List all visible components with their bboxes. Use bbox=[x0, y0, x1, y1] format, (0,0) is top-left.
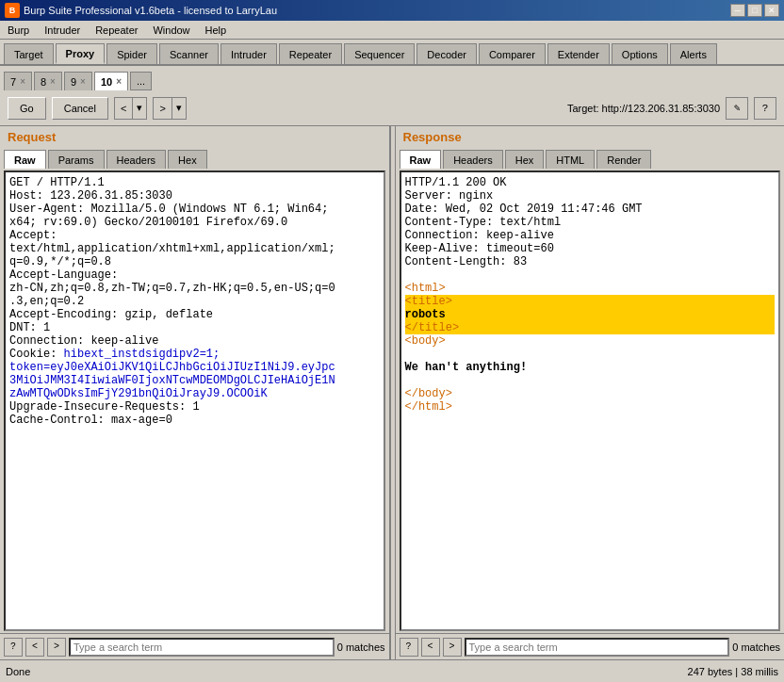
response-tab-render[interactable]: Render bbox=[596, 150, 651, 169]
request-line: User-Agent: Mozilla/5.0 (Windows NT 6.1;… bbox=[9, 203, 380, 216]
close-button[interactable]: ✕ bbox=[764, 4, 779, 17]
tab-repeater[interactable]: Repeater bbox=[279, 43, 342, 64]
request-search-help[interactable]: ? bbox=[4, 638, 23, 657]
request-search-input[interactable] bbox=[69, 638, 335, 657]
tab-num-7: 7 bbox=[10, 76, 16, 88]
request-title: Request bbox=[0, 126, 389, 148]
tab-close-8[interactable]: × bbox=[50, 76, 56, 87]
request-line: Cache-Control: max-age=0 bbox=[9, 414, 380, 427]
response-line: Connection: keep-alive bbox=[405, 229, 776, 242]
prev-nav-group: < ▾ bbox=[114, 97, 147, 120]
request-line: DNT: 1 bbox=[9, 321, 380, 334]
repeater-tab-8[interactable]: 8 × bbox=[34, 72, 62, 90]
menu-intruder[interactable]: Intruder bbox=[41, 24, 84, 37]
menu-repeater[interactable]: Repeater bbox=[91, 24, 141, 37]
tab-close-7[interactable]: × bbox=[20, 76, 25, 87]
tab-proxy[interactable]: Proxy bbox=[56, 43, 106, 64]
tab-num-9: 9 bbox=[71, 76, 76, 88]
status-bar: Done 247 bytes | 38 millis bbox=[0, 659, 784, 682]
next-dropdown-button[interactable]: ▾ bbox=[172, 97, 187, 120]
request-line: Accept: bbox=[9, 229, 380, 242]
response-line: We han't anything! bbox=[405, 361, 776, 374]
cancel-button[interactable]: Cancel bbox=[52, 97, 108, 120]
request-search-prev[interactable]: < bbox=[25, 638, 44, 657]
menu-help[interactable]: Help bbox=[202, 24, 231, 37]
edit-target-button[interactable]: ✎ bbox=[726, 97, 748, 120]
request-line: Cookie: hibext_instdsigdipv2=1; bbox=[9, 348, 380, 361]
response-line: </html> bbox=[405, 400, 776, 414]
tab-intruder[interactable]: Intruder bbox=[220, 43, 277, 64]
tab-scanner[interactable]: Scanner bbox=[159, 43, 219, 64]
tab-close-9[interactable]: × bbox=[80, 76, 86, 87]
request-content[interactable]: GET / HTTP/1.1Host: 123.206.31.85:3030Us… bbox=[4, 170, 385, 631]
response-line: Content-Type: text/html bbox=[405, 216, 776, 229]
response-line: HTTP/1.1 200 OK bbox=[405, 176, 776, 189]
request-line: text/html,application/xhtml+xml,applicat… bbox=[9, 242, 380, 255]
request-line: q=0.9,*/*;q=0.8 bbox=[9, 255, 380, 268]
app-icon: B bbox=[5, 3, 20, 18]
status-left: Done bbox=[6, 666, 30, 677]
title-bar: B Burp Suite Professional v1.6beta - lic… bbox=[0, 0, 784, 21]
response-content[interactable]: HTTP/1.1 200 OKServer: nginxDate: Wed, 0… bbox=[400, 170, 781, 631]
repeater-tab-10[interactable]: 10 × bbox=[94, 72, 128, 90]
request-line: .3,en;q=0.2 bbox=[9, 295, 380, 308]
response-search-bar: ? < > 0 matches bbox=[396, 633, 785, 659]
response-search-input[interactable] bbox=[465, 638, 730, 657]
menu-bar: Burp Intruder Repeater Window Help bbox=[0, 21, 784, 40]
tab-options[interactable]: Options bbox=[612, 43, 668, 64]
maximize-button[interactable]: □ bbox=[747, 4, 762, 17]
request-line: Host: 123.206.31.85:3030 bbox=[9, 189, 380, 203]
menu-burp[interactable]: Burp bbox=[4, 24, 33, 37]
prev-button[interactable]: < bbox=[114, 97, 132, 120]
help-button[interactable]: ? bbox=[754, 97, 776, 120]
top-tab-bar: Target Proxy Spider Scanner Intruder Rep… bbox=[0, 40, 784, 66]
tab-target[interactable]: Target bbox=[4, 43, 54, 64]
request-line: Connection: keep-alive bbox=[9, 334, 380, 348]
tab-sequencer[interactable]: Sequencer bbox=[344, 43, 415, 64]
main-content: Request Raw Params Headers Hex GET / HTT… bbox=[0, 126, 784, 659]
response-tab-html[interactable]: HTML bbox=[546, 150, 595, 169]
repeater-tab-7[interactable]: 7 × bbox=[4, 72, 32, 90]
request-line: 3MiOiJMM3I4IiwiaWF0IjoxNTcwMDEOMDgOLCJIe… bbox=[9, 374, 380, 387]
status-right: 247 bytes | 38 millis bbox=[688, 666, 778, 677]
request-search-next[interactable]: > bbox=[47, 638, 66, 657]
response-line: </body> bbox=[405, 387, 776, 400]
tab-alerts[interactable]: Alerts bbox=[670, 43, 717, 64]
next-nav-group: > ▾ bbox=[153, 97, 186, 120]
response-line: Content-Length: 83 bbox=[405, 255, 776, 268]
response-line bbox=[405, 268, 776, 282]
request-tabs: Raw Params Headers Hex bbox=[0, 148, 389, 169]
request-tab-params[interactable]: Params bbox=[48, 150, 105, 169]
response-tab-raw[interactable]: Raw bbox=[400, 150, 442, 169]
response-line: Keep-Alive: timeout=60 bbox=[405, 242, 776, 255]
tab-close-10[interactable]: × bbox=[116, 76, 122, 87]
next-button[interactable]: > bbox=[153, 97, 171, 120]
response-tab-hex[interactable]: Hex bbox=[505, 150, 545, 169]
response-search-prev[interactable]: < bbox=[421, 638, 440, 657]
prev-dropdown-button[interactable]: ▾ bbox=[132, 97, 147, 120]
menu-window[interactable]: Window bbox=[149, 24, 193, 37]
response-search-help[interactable]: ? bbox=[400, 638, 418, 657]
response-line: robots bbox=[405, 308, 776, 321]
repeater-tab-9[interactable]: 9 × bbox=[64, 72, 92, 90]
tab-comparer[interactable]: Comparer bbox=[479, 43, 546, 64]
minimize-button[interactable]: ─ bbox=[730, 4, 745, 17]
go-button[interactable]: Go bbox=[8, 97, 46, 120]
request-line: x64; rv:69.0) Gecko/20100101 Firefox/69.… bbox=[9, 216, 380, 229]
request-line: Accept-Encoding: gzip, deflate bbox=[9, 308, 380, 321]
tab-decoder[interactable]: Decoder bbox=[416, 43, 477, 64]
tab-extender[interactable]: Extender bbox=[547, 43, 610, 64]
request-tab-hex[interactable]: Hex bbox=[168, 150, 207, 169]
response-search-next[interactable]: > bbox=[443, 638, 462, 657]
toolbar: Go Cancel < ▾ > ▾ Target: http://123.206… bbox=[0, 90, 784, 126]
repeater-tab-more[interactable]: ... bbox=[130, 72, 152, 90]
response-line bbox=[405, 348, 776, 361]
response-tab-headers[interactable]: Headers bbox=[443, 150, 503, 169]
repeater-tab-bar: 7 × 8 × 9 × 10 × ... bbox=[0, 66, 784, 90]
request-tab-headers[interactable]: Headers bbox=[106, 150, 167, 169]
tab-spider[interactable]: Spider bbox=[106, 43, 157, 64]
response-tabs: Raw Headers Hex HTML Render bbox=[396, 148, 785, 169]
request-tab-raw[interactable]: Raw bbox=[4, 150, 46, 169]
window-buttons: ─ □ ✕ bbox=[730, 4, 779, 17]
response-line: <title> bbox=[405, 295, 776, 308]
